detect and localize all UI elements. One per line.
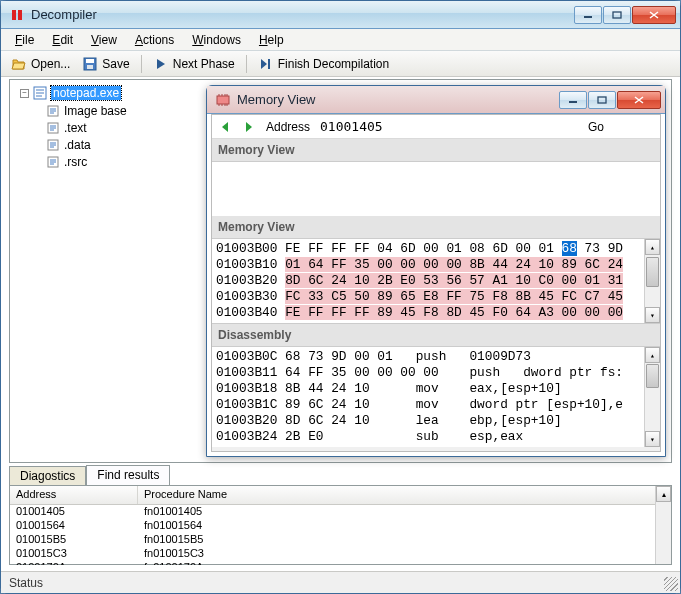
resize-grip[interactable]: [664, 577, 678, 591]
results-header: Address Procedure Name: [10, 486, 671, 505]
hex-dump[interactable]: 01003B00 FE FF FF FF 04 6D 00 01 08 6D 0…: [212, 239, 660, 324]
disasm-row[interactable]: 01003B18 8B 44 24 10 mov eax,[esp+10]: [216, 381, 656, 397]
minimize-button[interactable]: [574, 6, 602, 24]
titlebar[interactable]: Decompiler: [1, 1, 680, 29]
hex-scrollbar[interactable]: ▴ ▾: [644, 239, 660, 323]
maximize-button[interactable]: [603, 6, 631, 24]
svg-rect-15: [598, 97, 606, 103]
next-phase-button[interactable]: Next Phase: [149, 54, 239, 74]
address-input[interactable]: [320, 119, 470, 134]
mv-maximize-button[interactable]: [588, 91, 616, 109]
expander-icon[interactable]: −: [20, 89, 29, 98]
menu-windows[interactable]: Windows: [184, 31, 249, 49]
section-icon: [46, 138, 60, 152]
hex-row[interactable]: 01003B30 FC 33 C5 50 89 65 E8 FF 75 F8 8…: [216, 289, 656, 305]
tree-item[interactable]: Image base: [14, 102, 196, 119]
app-icon: [9, 7, 25, 23]
address-label: Address: [266, 120, 310, 134]
disassembly[interactable]: 01003B0C 68 73 9D 00 01 push 01009D73010…: [212, 347, 660, 447]
mv-minimize-button[interactable]: [559, 91, 587, 109]
cell-address: 010015B5: [10, 533, 138, 547]
cell-address: 01001405: [10, 505, 138, 519]
disasm-scrollbar[interactable]: ▴ ▾: [644, 347, 660, 447]
cell-procedure: fn01001564: [138, 519, 671, 533]
mv-titlebar[interactable]: Memory View: [207, 86, 665, 114]
tree-item-label: .text: [64, 121, 87, 135]
close-button[interactable]: [632, 6, 676, 24]
mv-close-button[interactable]: [617, 91, 661, 109]
svg-rect-6: [87, 65, 93, 69]
scroll-thumb[interactable]: [646, 364, 659, 388]
bottom-panel: Diagostics Find results Address Procedur…: [9, 465, 672, 565]
nav-forward-button[interactable]: [242, 119, 256, 135]
mv-section1-title: Memory View: [212, 139, 660, 162]
tree-item-label: .data: [64, 138, 91, 152]
memory-view-window: Memory View Address Go Memory View Memor…: [206, 85, 666, 457]
scroll-down-icon[interactable]: ▾: [645, 431, 660, 447]
menu-file[interactable]: File: [7, 31, 42, 49]
section-icon: [46, 104, 60, 118]
svg-rect-7: [268, 59, 270, 69]
tree-item[interactable]: .data: [14, 136, 196, 153]
scroll-up-icon[interactable]: ▴: [656, 486, 671, 502]
scroll-up-icon[interactable]: ▴: [645, 239, 660, 255]
svg-rect-2: [584, 16, 592, 18]
result-row[interactable]: 01001564fn01001564: [10, 519, 671, 533]
menu-help[interactable]: Help: [251, 31, 292, 49]
cell-procedure: fn0100170A: [138, 561, 671, 565]
tree-item-label: .rsrc: [64, 155, 87, 169]
result-row[interactable]: 0100170Afn0100170A: [10, 561, 671, 565]
section-icon: [46, 121, 60, 135]
tree-root[interactable]: − notepad.exe: [14, 84, 196, 102]
scroll-down-icon[interactable]: ▾: [645, 307, 660, 323]
tree-item[interactable]: .rsrc: [14, 153, 196, 170]
menu-view[interactable]: View: [83, 31, 125, 49]
hex-row[interactable]: 01003B20 8D 6C 24 10 2B E0 53 56 57 A1 1…: [216, 273, 656, 289]
window-title: Decompiler: [31, 7, 574, 22]
col-address[interactable]: Address: [10, 486, 138, 504]
result-row[interactable]: 010015B5fn010015B5: [10, 533, 671, 547]
play-icon: [153, 56, 169, 72]
disasm-row[interactable]: 01003B0C 68 73 9D 00 01 push 01009D73: [216, 349, 656, 365]
svg-rect-3: [613, 12, 621, 18]
svg-rect-0: [12, 10, 16, 20]
tree-root-label: notepad.exe: [51, 86, 121, 100]
mv-empty-area: [212, 162, 660, 216]
save-button[interactable]: Save: [78, 54, 133, 74]
scroll-thumb[interactable]: [646, 257, 659, 287]
toolbar: Open... Save Next Phase Finish Decompila…: [1, 51, 680, 77]
scroll-up-icon[interactable]: ▴: [645, 347, 660, 363]
finish-button[interactable]: Finish Decompilation: [254, 54, 393, 74]
hex-row[interactable]: 01003B00 FE FF FF FF 04 6D 00 01 08 6D 0…: [216, 241, 656, 257]
nav-back-button[interactable]: [218, 119, 232, 135]
cell-address: 0100170A: [10, 561, 138, 565]
disasm-row[interactable]: 01003B11 64 FF 35 00 00 00 00 push dword…: [216, 365, 656, 381]
finish-label: Finish Decompilation: [278, 57, 389, 71]
col-procedure[interactable]: Procedure Name: [138, 486, 671, 504]
disasm-row[interactable]: 01003B20 8D 6C 24 10 lea ebp,[esp+10]: [216, 413, 656, 429]
tree-panel: − notepad.exe Image base.text.data.rsrc: [10, 80, 200, 462]
results-scrollbar[interactable]: ▴: [655, 486, 671, 564]
tab-diagnostics[interactable]: Diagostics: [9, 466, 86, 486]
tree-item[interactable]: .text: [14, 119, 196, 136]
disasm-row[interactable]: 01003B1C 89 6C 24 10 mov dword ptr [esp+…: [216, 397, 656, 413]
save-icon: [82, 56, 98, 72]
mv-address-bar: Address Go: [212, 115, 660, 139]
skip-icon: [258, 56, 274, 72]
cell-address: 01001564: [10, 519, 138, 533]
open-button[interactable]: Open...: [7, 54, 74, 74]
go-button[interactable]: Go: [588, 120, 604, 134]
result-row[interactable]: 01001405fn01001405: [10, 505, 671, 519]
next-phase-label: Next Phase: [173, 57, 235, 71]
menu-actions[interactable]: Actions: [127, 31, 182, 49]
tab-strip: Diagostics Find results: [9, 465, 672, 485]
menu-edit[interactable]: Edit: [44, 31, 81, 49]
tab-find-results[interactable]: Find results: [86, 465, 170, 485]
result-row[interactable]: 010015C3fn010015C3: [10, 547, 671, 561]
disasm-row[interactable]: 01003B24 2B E0 sub esp,eax: [216, 429, 656, 445]
hex-row[interactable]: 01003B40 FE FF FF FF 89 45 F8 8D 45 F0 6…: [216, 305, 656, 321]
hex-row[interactable]: 01003B10 01 64 FF 35 00 00 00 00 8B 44 2…: [216, 257, 656, 273]
status-text: Status: [9, 576, 43, 590]
cell-procedure: fn010015B5: [138, 533, 671, 547]
mv-body: Address Go Memory View Memory View 01003…: [211, 114, 661, 452]
